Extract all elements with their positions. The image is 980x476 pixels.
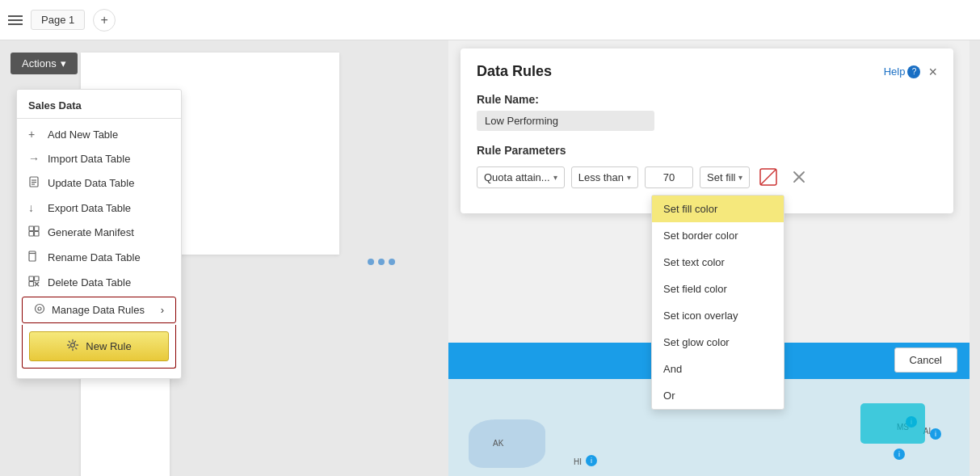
fill-option-set-border-color[interactable]: Set border color	[652, 222, 784, 249]
dialog-header-actions: Help ? ×	[884, 65, 937, 79]
rule-params-label: Rule Parameters	[477, 144, 937, 157]
actions-label: Actions	[22, 57, 57, 70]
dialog-header: Data Rules Help ? ×	[477, 63, 937, 80]
info-icon-2: i	[930, 428, 941, 440]
close-button[interactable]: ×	[928, 65, 937, 79]
operator-select[interactable]: Less than ▾	[571, 166, 638, 188]
menu-item-rename-table-label: Rename Data Table	[48, 251, 141, 263]
help-link[interactable]: Help ?	[884, 65, 921, 78]
edit-icon	[759, 168, 777, 186]
import-icon: →	[28, 152, 41, 165]
menu-item-rename-table[interactable]: Rename Data Table	[17, 245, 181, 270]
fill-select[interactable]: Set fill ▾	[700, 166, 750, 188]
fill-option-set-fill-color[interactable]: Set fill color	[652, 196, 784, 222]
svg-rect-6	[29, 232, 34, 237]
actions-chevron-icon: ▾	[61, 57, 66, 70]
fill-option-set-field-color[interactable]: Set field color	[652, 276, 784, 302]
data-rules-panel: Data Rules Help ? × Rule Name: Low Perfo…	[448, 40, 969, 476]
svg-rect-10	[29, 276, 34, 281]
export-icon: ↓	[28, 201, 41, 214]
page-tab[interactable]: Page 1	[31, 10, 85, 30]
rename-icon	[28, 251, 41, 264]
add-icon: +	[28, 128, 41, 141]
fill-option-set-icon-overlay[interactable]: Set icon overlay	[652, 302, 784, 329]
fill-chevron-icon: ▾	[738, 173, 742, 182]
manage-rules-chevron-icon: ›	[161, 304, 164, 316]
state-label-ak: AK	[493, 439, 503, 448]
menu-item-update-table[interactable]: Update Data Table	[17, 171, 181, 196]
operator-label: Less than	[578, 171, 624, 183]
manifest-icon	[28, 225, 41, 239]
fill-option-or[interactable]: Or	[652, 382, 784, 409]
menu-item-add-table-label: Add New Table	[48, 128, 118, 141]
cancel-button[interactable]: Cancel	[894, 348, 957, 373]
menu-item-delete-table-label: Delete Data Table	[48, 276, 131, 289]
update-icon	[28, 176, 41, 190]
svg-rect-8	[29, 251, 36, 261]
fill-label: Set fill	[707, 171, 735, 183]
svg-rect-12	[29, 282, 34, 287]
delete-icon	[28, 276, 41, 289]
hamburger-menu-icon[interactable]	[8, 15, 23, 25]
menu-item-export-table-label: Export Data Table	[48, 202, 131, 214]
quota-attainment-label: Quota attain...	[484, 171, 550, 183]
rule-name-field[interactable]: Low Performing	[477, 111, 654, 131]
fill-option-set-text-color[interactable]: Set text color	[652, 249, 784, 276]
svg-point-16	[38, 307, 41, 310]
fill-dropdown-options: Set fill color Set border color Set text…	[651, 195, 784, 410]
data-rules-dialog: Data Rules Help ? × Rule Name: Low Perfo…	[461, 48, 953, 213]
menu-item-import-table[interactable]: → Import Data Table	[17, 146, 181, 171]
actions-button[interactable]: Actions ▾	[11, 53, 78, 74]
menu-item-add-table[interactable]: + Add New Table	[17, 122, 181, 146]
manage-rules-icon	[34, 303, 45, 317]
dot-2	[378, 259, 385, 265]
svg-rect-5	[35, 226, 40, 231]
menu-item-generate-manifest[interactable]: Generate Manifest	[17, 220, 181, 245]
info-icon-3: i	[894, 449, 905, 460]
dot-1	[368, 259, 374, 265]
new-rule-container: New Rule	[22, 325, 176, 369]
cancel-area: Cancel	[894, 348, 957, 373]
menu-item-delete-table[interactable]: Delete Data Table	[17, 270, 181, 295]
svg-rect-7	[35, 232, 40, 237]
gear-icon	[66, 339, 79, 354]
value-input[interactable]	[645, 166, 693, 188]
quota-attainment-select[interactable]: Quota attain... ▾	[477, 166, 565, 188]
fill-option-and[interactable]: And	[652, 356, 784, 382]
menu-item-update-table-label: Update Data Table	[48, 177, 134, 189]
new-rule-button[interactable]: New Rule	[29, 331, 169, 361]
state-shape-southeast	[860, 403, 925, 444]
menu-item-export-table[interactable]: ↓ Export Data Table	[17, 196, 181, 220]
svg-point-17	[71, 343, 75, 348]
alaska-shape	[469, 419, 545, 468]
svg-line-19	[761, 170, 776, 184]
info-icon-4: i	[586, 455, 597, 466]
rule-name-label: Rule Name:	[477, 93, 937, 106]
manage-rules-label: Manage Data Rules	[52, 304, 145, 316]
top-bar: Page 1 +	[0, 0, 980, 40]
menu-item-generate-manifest-label: Generate Manifest	[48, 226, 134, 238]
svg-point-15	[36, 305, 44, 314]
state-label-hi: HI	[574, 457, 582, 466]
add-page-button[interactable]: +	[93, 9, 116, 32]
fill-option-set-glow-color[interactable]: Set glow color	[652, 329, 784, 356]
dialog-title: Data Rules	[477, 63, 552, 80]
new-rule-label: New Rule	[86, 340, 131, 352]
help-icon: ?	[907, 65, 920, 78]
context-menu: Sales Data + Add New Table → Import Data…	[16, 89, 182, 379]
close-rule-icon	[793, 171, 805, 183]
fill-action-dropdown[interactable]: Set fill ▾ Set fill color Set border col…	[700, 166, 750, 188]
svg-rect-11	[35, 276, 40, 281]
help-label: Help	[884, 65, 906, 78]
page-tab-label: Page 1	[41, 14, 74, 26]
context-menu-header: Sales Data	[17, 96, 181, 119]
svg-rect-4	[29, 226, 34, 231]
delete-rule-button[interactable]	[787, 165, 811, 189]
dot-3	[389, 259, 395, 265]
quota-chevron-icon: ▾	[553, 173, 557, 182]
menu-item-manage-rules[interactable]: Manage Data Rules ›	[22, 297, 176, 323]
edit-rule-button[interactable]	[756, 165, 780, 189]
operator-chevron-icon: ▾	[627, 173, 631, 182]
rule-params-row: Quota attain... ▾ Less than ▾ Set fill ▾…	[477, 165, 937, 189]
menu-item-import-table-label: Import Data Table	[48, 153, 130, 165]
